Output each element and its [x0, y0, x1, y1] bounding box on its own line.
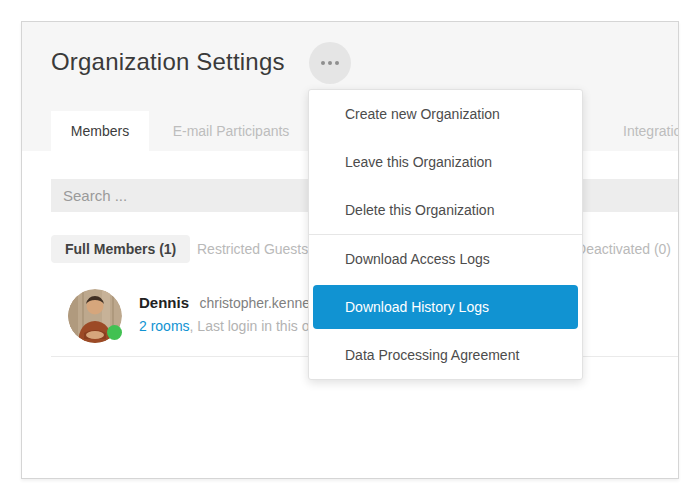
menu-item-data-processing-agreement[interactable]: Data Processing Agreement	[309, 331, 582, 379]
tab-integrations[interactable]: Integrations	[623, 111, 679, 151]
menu-item-download-access-logs[interactable]: Download Access Logs	[309, 235, 582, 283]
menu-item-leave-this-organization[interactable]: Leave this Organization	[309, 138, 582, 186]
more-options-button[interactable]	[309, 42, 351, 84]
filter-deactivated[interactable]: Deactivated (0)	[576, 235, 671, 263]
online-status-dot	[107, 325, 122, 340]
menu-item-delete-this-organization[interactable]: Delete this Organization	[309, 186, 582, 234]
member-name: Dennis	[139, 294, 189, 311]
ellipsis-icon	[335, 61, 339, 65]
rooms-link[interactable]: 2 rooms	[139, 318, 190, 334]
page: Organization Settings Members E-mail Par…	[0, 0, 700, 500]
context-menu: Create new Organization Leave this Organ…	[308, 89, 583, 380]
menu-item-create-new-organization[interactable]: Create new Organization	[309, 90, 582, 138]
menu-item-download-history-logs[interactable]: Download History Logs	[313, 285, 578, 329]
filter-full-members[interactable]: Full Members (1)	[51, 235, 190, 263]
page-title: Organization Settings	[51, 48, 285, 76]
ellipsis-icon	[328, 61, 332, 65]
organization-settings-card: Organization Settings Members E-mail Par…	[21, 21, 679, 479]
avatar	[68, 289, 122, 343]
ellipsis-icon	[321, 61, 325, 65]
tab-members[interactable]: Members	[51, 111, 149, 151]
filter-restricted-guests[interactable]: Restricted Guests	[197, 235, 308, 263]
tab-email-participants[interactable]: E-mail Participants	[164, 111, 298, 151]
